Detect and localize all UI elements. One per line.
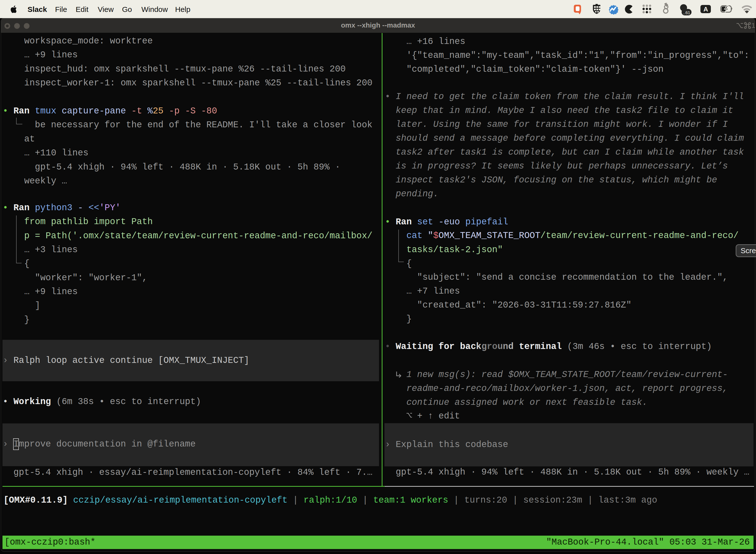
svg-text:1: 1 xyxy=(752,22,756,29)
svg-text:A: A xyxy=(703,5,708,13)
svg-text:..61: ..61 xyxy=(683,10,690,15)
